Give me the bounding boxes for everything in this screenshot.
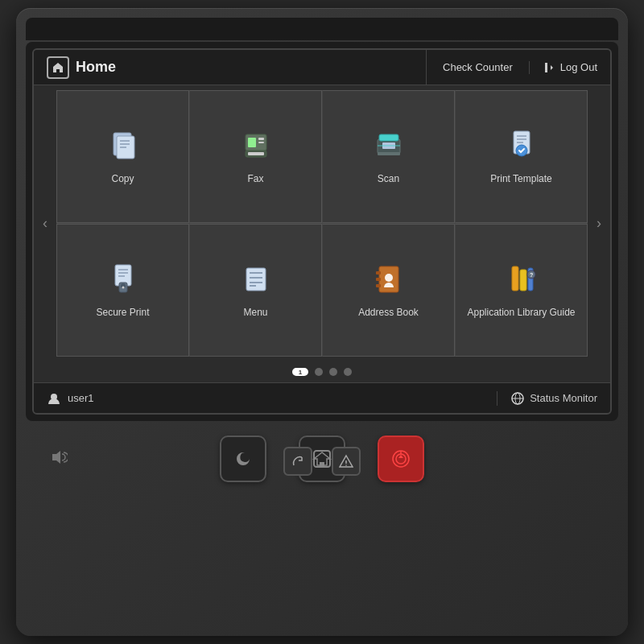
stop-button-group [378, 436, 424, 482]
page-dot-2[interactable] [315, 368, 323, 376]
svg-rect-8 [258, 142, 264, 143]
app-library-icon: ? [504, 262, 539, 302]
svg-rect-35 [376, 284, 381, 287]
header-bar: Home Check Counter Log Out [34, 50, 610, 85]
grid-row-1: Copy [56, 90, 588, 223]
fax-icon [238, 128, 274, 168]
user-section: user1 [34, 391, 497, 406]
small-buttons-row [283, 447, 361, 476]
svg-text:?: ? [530, 272, 533, 278]
secure-print-label: Secure Print [96, 307, 149, 318]
svg-rect-37 [512, 266, 518, 291]
status-monitor-icon [510, 391, 525, 406]
device-body: Home Check Counter Log Out ‹ [16, 8, 628, 636]
sleep-button-group [220, 436, 266, 482]
svg-rect-33 [376, 271, 381, 275]
svg-rect-6 [248, 138, 256, 147]
home-section: Home [34, 56, 426, 79]
logout-icon [543, 61, 555, 74]
svg-rect-27 [246, 268, 266, 291]
page-dot-3[interactable] [329, 368, 337, 376]
grid-item-menu[interactable]: Menu [189, 224, 322, 357]
user-icon [47, 391, 61, 406]
fax-label: Fax [247, 173, 263, 184]
svg-rect-12 [379, 134, 398, 141]
address-book-icon [371, 262, 407, 302]
menu-label: Menu [243, 307, 267, 318]
grid-item-scan[interactable]: Scan [322, 90, 455, 223]
copy-icon [105, 128, 141, 168]
svg-marker-52 [398, 455, 403, 458]
speaker-icon [50, 448, 68, 470]
screen-area: Home Check Counter Log Out ‹ [26, 42, 618, 421]
print-template-label: Print Template [490, 173, 551, 184]
menu-icon [238, 262, 274, 302]
svg-rect-38 [520, 270, 526, 291]
svg-rect-13 [378, 152, 400, 155]
print-template-icon [504, 128, 539, 168]
svg-point-36 [385, 274, 393, 282]
address-book-label: Address Book [358, 307, 419, 318]
sleep-button[interactable] [220, 436, 266, 482]
grid-item-app-library[interactable]: ? Application Library Guide [455, 224, 588, 357]
svg-marker-46 [52, 451, 60, 464]
forward-button[interactable] [283, 447, 312, 476]
svg-rect-7 [258, 138, 264, 140]
grid-row-2: Secure Print [56, 223, 588, 357]
app-grid: Copy [56, 85, 588, 361]
svg-point-55 [345, 464, 347, 466]
grid-item-print-template[interactable]: Print Template [455, 90, 588, 223]
grid-area: ‹ [34, 85, 610, 361]
svg-rect-34 [376, 278, 381, 281]
grid-item-fax[interactable]: Fax [189, 90, 322, 223]
app-library-label: Application Library Guide [467, 307, 575, 318]
status-monitor-button[interactable]: Status Monitor [497, 391, 610, 406]
page-title: Home [76, 59, 116, 76]
scan-icon [371, 128, 407, 168]
warning-button[interactable] [332, 447, 361, 476]
logout-button[interactable]: Log Out [529, 61, 610, 74]
stop-button[interactable] [378, 436, 424, 482]
grid-item-copy[interactable]: Copy [56, 90, 189, 223]
physical-buttons-area [26, 421, 618, 490]
check-counter-button[interactable]: Check Counter [427, 61, 529, 73]
page-dot-4[interactable] [344, 368, 352, 376]
grid-item-address-book[interactable]: Address Book [322, 224, 455, 357]
page-indicators: 1 [34, 361, 610, 382]
top-bar [26, 18, 618, 40]
user-label: user1 [68, 392, 94, 404]
nav-left[interactable]: ‹ [34, 85, 56, 361]
scan-label: Scan [378, 173, 399, 184]
status-monitor-label: Status Monitor [530, 392, 597, 404]
home-icon [47, 56, 69, 79]
svg-point-26 [122, 287, 124, 289]
secure-print-icon [105, 262, 141, 302]
nav-right[interactable]: › [588, 85, 610, 361]
touchscreen: Home Check Counter Log Out ‹ [32, 48, 612, 415]
grid-item-secure-print[interactable]: Secure Print [56, 224, 189, 357]
svg-rect-10 [248, 152, 264, 155]
copy-label: Copy [111, 173, 134, 184]
status-bar: user1 Status Monitor [34, 382, 610, 413]
page-dot-1[interactable]: 1 [292, 368, 308, 376]
